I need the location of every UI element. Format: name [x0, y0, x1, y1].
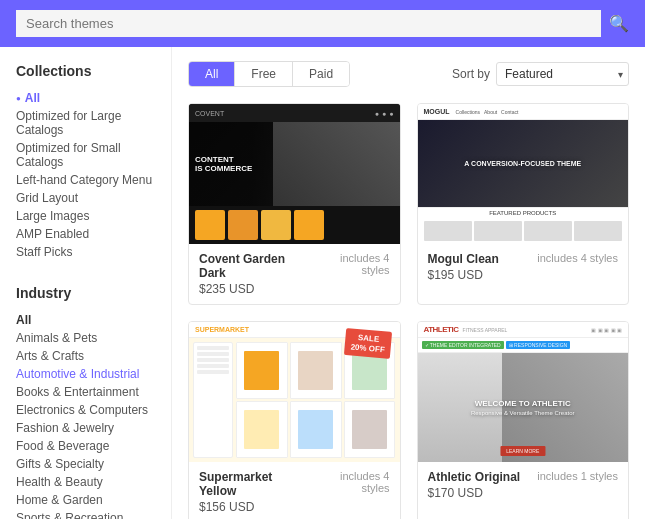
- theme-preview-mogul: MOGUL Collections About Contact A CONVER…: [418, 104, 629, 244]
- theme-preview-super: SUPERMARKET: [189, 322, 400, 462]
- sidebar-industry-item[interactable]: Home & Garden: [16, 491, 171, 509]
- theme-card-covent[interactable]: COVENT ●●● CONTENTIS COMMERCE: [188, 103, 401, 305]
- sidebar-industry-item[interactable]: Animals & Pets: [16, 329, 171, 347]
- theme-preview-covent: COVENT ●●● CONTENTIS COMMERCE: [189, 104, 400, 244]
- collections-title: Collections: [16, 63, 171, 79]
- search-input[interactable]: [16, 10, 601, 37]
- search-bar: 🔍: [0, 0, 645, 47]
- sidebar-industry-item[interactable]: Food & Beverage: [16, 437, 171, 455]
- sidebar-industry-item[interactable]: Arts & Crafts: [16, 347, 171, 365]
- theme-name-covent: Covent Garden Dark: [199, 252, 311, 280]
- theme-name-super: Supermarket Yellow: [199, 470, 310, 498]
- sidebar-collection-item[interactable]: Optimized for Small Catalogs: [16, 139, 171, 171]
- theme-info-covent: Covent Garden Dark $235 USD includes 4 s…: [189, 244, 400, 304]
- industry-list: AllAnimals & PetsArts & CraftsAutomotive…: [16, 311, 171, 519]
- filter-tab[interactable]: All: [189, 62, 235, 86]
- content-header: AllFreePaid Sort by FeaturedNewestPrice …: [188, 61, 629, 87]
- sidebar-industry-item[interactable]: Books & Entertainment: [16, 383, 171, 401]
- theme-name-mogul: Mogul Clean: [428, 252, 499, 266]
- theme-styles-super: includes 4 styles: [310, 470, 389, 494]
- sort-select[interactable]: FeaturedNewestPrice (Low to High)Price (…: [496, 62, 629, 86]
- sidebar-industry-item[interactable]: Sports & Recreation: [16, 509, 171, 519]
- filter-tab[interactable]: Paid: [293, 62, 349, 86]
- themes-grid: COVENT ●●● CONTENTIS COMMERCE: [188, 103, 629, 519]
- industry-title: Industry: [16, 285, 171, 301]
- filter-tabs: AllFreePaid: [188, 61, 350, 87]
- search-icon[interactable]: 🔍: [609, 14, 629, 33]
- sidebar-collection-item[interactable]: Large Images: [16, 207, 171, 225]
- sidebar-industry-item[interactable]: Gifts & Specialty: [16, 455, 171, 473]
- theme-price-athletic: $170 USD: [428, 486, 521, 500]
- sidebar-industry-item[interactable]: Automotive & Industrial: [16, 365, 171, 383]
- theme-price-covent: $235 USD: [199, 282, 311, 296]
- sidebar-industry-item[interactable]: All: [16, 311, 171, 329]
- sidebar-collection-item[interactable]: AMP Enabled: [16, 225, 171, 243]
- theme-info-mogul: Mogul Clean $195 USD includes 4 styles: [418, 244, 629, 290]
- theme-card-super[interactable]: SUPERMARKET: [188, 321, 401, 519]
- sidebar-collection-item[interactable]: Staff Picks: [16, 243, 171, 261]
- sort-by-label: Sort by: [452, 67, 490, 81]
- sidebar-collection-item[interactable]: All: [16, 89, 171, 107]
- theme-card-mogul[interactable]: MOGUL Collections About Contact A CONVER…: [417, 103, 630, 305]
- sidebar-industry-item[interactable]: Electronics & Computers: [16, 401, 171, 419]
- sort-area: Sort by FeaturedNewestPrice (Low to High…: [452, 62, 629, 86]
- theme-info-athletic: Athletic Original $170 USD includes 1 st…: [418, 462, 629, 508]
- sidebar-collection-item[interactable]: Left-hand Category Menu: [16, 171, 171, 189]
- sidebar-collection-item[interactable]: Grid Layout: [16, 189, 171, 207]
- sale-badge: SALE20% OFF: [344, 328, 392, 359]
- theme-styles-athletic: includes 1 styles: [537, 470, 618, 482]
- theme-info-super: Supermarket Yellow $156 USD includes 4 s…: [189, 462, 400, 519]
- sidebar: Collections AllOptimized for Large Catal…: [0, 47, 172, 519]
- theme-name-athletic: Athletic Original: [428, 470, 521, 484]
- theme-price-mogul: $195 USD: [428, 268, 499, 282]
- theme-card-athletic[interactable]: ATHLETIC FITNESS APPAREL ▣ ▣ ▣ ▣ ▣ ✓ THE…: [417, 321, 630, 519]
- theme-preview-athletic: ATHLETIC FITNESS APPAREL ▣ ▣ ▣ ▣ ▣ ✓ THE…: [418, 322, 629, 462]
- collections-list: AllOptimized for Large CatalogsOptimized…: [16, 89, 171, 261]
- content-area: AllFreePaid Sort by FeaturedNewestPrice …: [172, 47, 645, 519]
- theme-price-super: $156 USD: [199, 500, 310, 514]
- theme-styles-mogul: includes 4 styles: [537, 252, 618, 264]
- theme-styles-covent: includes 4 styles: [311, 252, 389, 276]
- sidebar-industry-item[interactable]: Fashion & Jewelry: [16, 419, 171, 437]
- sidebar-collection-item[interactable]: Optimized for Large Catalogs: [16, 107, 171, 139]
- filter-tab[interactable]: Free: [235, 62, 293, 86]
- sidebar-industry-item[interactable]: Health & Beauty: [16, 473, 171, 491]
